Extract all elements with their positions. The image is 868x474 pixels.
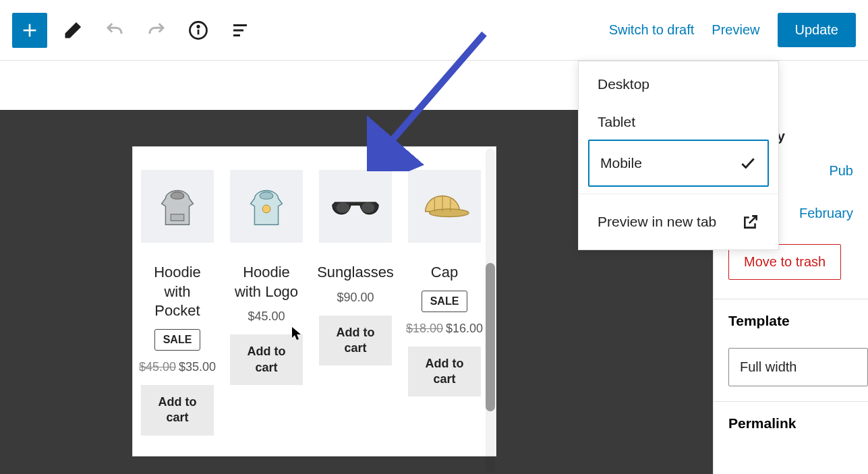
scrollbar-thumb[interactable] bbox=[486, 263, 495, 411]
product-card: Hoodie with Logo $45.00 Add to cart bbox=[230, 170, 303, 436]
svg-point-10 bbox=[337, 202, 349, 213]
svg-point-12 bbox=[430, 209, 469, 217]
info-button[interactable] bbox=[182, 14, 214, 47]
product-image[interactable] bbox=[319, 170, 392, 243]
update-button[interactable]: Update bbox=[778, 13, 857, 47]
external-link-icon bbox=[742, 213, 759, 231]
editor-top-toolbar: Switch to draft Preview Update bbox=[0, 0, 868, 61]
mobile-preview-frame: Hoodie with Pocket SALE $45.00$35.00 Add… bbox=[132, 146, 496, 456]
product-image[interactable] bbox=[408, 170, 481, 243]
preview-button[interactable]: Preview bbox=[712, 22, 759, 38]
add-to-cart-button[interactable]: Add to cart bbox=[319, 316, 392, 366]
current-price: $16.00 bbox=[446, 322, 483, 335]
preview-scrollbar[interactable] bbox=[486, 148, 495, 472]
outline-button[interactable] bbox=[224, 14, 256, 47]
plus-icon bbox=[20, 21, 39, 40]
switch-to-draft-button[interactable]: Switch to draft bbox=[609, 22, 695, 38]
template-section-label: Template bbox=[714, 299, 868, 338]
redo-button[interactable] bbox=[140, 14, 173, 47]
svg-point-9 bbox=[262, 205, 270, 213]
sale-badge: SALE bbox=[422, 291, 468, 312]
permalink-section-label[interactable]: Permalink bbox=[714, 402, 868, 441]
redo-icon bbox=[146, 20, 167, 40]
sunglasses-icon bbox=[326, 180, 385, 233]
undo-button[interactable] bbox=[98, 14, 131, 47]
product-title: Hoodie with Pocket bbox=[141, 263, 214, 321]
preview-option-tablet[interactable]: Tablet bbox=[579, 107, 778, 140]
info-icon bbox=[188, 20, 208, 40]
svg-point-11 bbox=[361, 202, 375, 213]
add-to-cart-button[interactable]: Add to cart bbox=[408, 347, 481, 397]
toolbar-left-group bbox=[12, 13, 256, 48]
hoodie-logo-icon bbox=[240, 180, 293, 233]
product-card: Cap SALE $18.00$16.00 Add to cart bbox=[408, 170, 481, 436]
product-price: $90.00 bbox=[337, 291, 374, 305]
preview-option-desktop[interactable]: Desktop bbox=[579, 61, 778, 107]
list-outline-icon bbox=[230, 20, 250, 40]
old-price: $45.00 bbox=[139, 360, 176, 374]
product-card: Hoodie with Pocket SALE $45.00$35.00 Add… bbox=[141, 170, 214, 436]
pencil-icon bbox=[63, 20, 83, 40]
check-icon bbox=[739, 154, 757, 172]
add-to-cart-button[interactable]: Add to cart bbox=[141, 385, 214, 436]
product-image[interactable] bbox=[141, 170, 214, 243]
edit-mode-button[interactable] bbox=[57, 14, 89, 47]
old-price: $18.00 bbox=[406, 322, 443, 335]
add-to-cart-button[interactable]: Add to cart bbox=[230, 334, 303, 385]
preview-option-label: Mobile bbox=[600, 155, 642, 171]
product-price: $45.00$35.00 bbox=[139, 360, 216, 374]
product-card: Sunglasses $90.00 Add to cart bbox=[319, 170, 392, 436]
preview-new-tab[interactable]: Preview in new tab bbox=[579, 194, 778, 249]
product-title: Hoodie with Logo bbox=[230, 263, 303, 301]
preview-option-label: Desktop bbox=[598, 76, 649, 92]
cap-icon bbox=[416, 180, 473, 233]
product-price: $45.00 bbox=[248, 309, 285, 324]
preview-option-mobile[interactable]: Mobile bbox=[588, 140, 769, 187]
current-price: $35.00 bbox=[179, 360, 216, 374]
current-price: $45.00 bbox=[248, 309, 285, 323]
product-title: Sunglasses bbox=[317, 263, 394, 283]
preview-menu-popover: Desktop Tablet Mobile Preview in new tab bbox=[578, 61, 779, 250]
add-block-button[interactable] bbox=[12, 13, 47, 48]
current-price: $90.00 bbox=[337, 291, 374, 304]
undo-icon bbox=[105, 20, 125, 40]
sale-badge: SALE bbox=[154, 329, 201, 351]
product-grid: Hoodie with Pocket SALE $45.00$35.00 Add… bbox=[141, 170, 488, 436]
toolbar-right-group: Switch to draft Preview Update bbox=[609, 13, 856, 47]
product-price: $18.00$16.00 bbox=[406, 322, 483, 336]
product-image[interactable] bbox=[230, 170, 303, 243]
preview-new-tab-label: Preview in new tab bbox=[598, 214, 716, 230]
hoodie-icon bbox=[151, 180, 204, 233]
svg-point-4 bbox=[198, 26, 200, 28]
product-title: Cap bbox=[431, 263, 458, 283]
template-select[interactable]: Full width bbox=[728, 348, 868, 386]
preview-option-label: Tablet bbox=[598, 114, 635, 130]
svg-rect-8 bbox=[171, 214, 184, 221]
